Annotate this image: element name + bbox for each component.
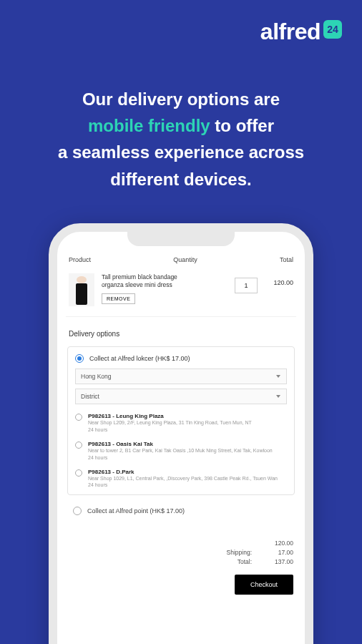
delivery-section-title: Delivery options — [69, 330, 293, 338]
cart-header-row: Product Quantity Total — [66, 256, 296, 270]
header-quantity: Quantity — [173, 256, 197, 263]
headline-line-3: a seamless experience across — [29, 139, 333, 165]
header-total: Total — [280, 256, 293, 263]
location-hours: 24 hours — [88, 427, 287, 432]
phone-screen: Product Quantity Total Tall premium blac… — [66, 256, 296, 644]
quantity-input[interactable]: 1 — [235, 278, 258, 293]
delivery-option-locker: Collect at Alfred lokcer (HK$ 17.00) Hon… — [67, 346, 295, 495]
location-address: Near to tower 2, B1 Car Park, Kai Tak Oa… — [88, 448, 287, 454]
brand-logo: alfred 24 — [260, 19, 342, 45]
shipping-label: Shipping: — [220, 549, 252, 556]
shipping-value: 17.00 — [265, 549, 293, 556]
location-hours: 24 hours — [88, 455, 287, 460]
marketing-headline: Our delivery options are mobile friendly… — [0, 86, 362, 192]
checkout-button[interactable]: Checkout — [235, 575, 293, 595]
brand-name: alfred — [260, 19, 321, 45]
radio-selected-icon — [75, 354, 84, 363]
location-hours: 24 hours — [88, 482, 287, 487]
headline-accent: mobile friendly — [88, 116, 210, 135]
location-name: P982613 - Leung King Plaza — [88, 413, 287, 419]
location-item[interactable]: P982613 - D.Park Near Shop 1029, L1, Cen… — [75, 464, 287, 492]
total-label: Total: — [220, 558, 252, 565]
cart-item-row: Tall premium black bandage organza sleev… — [66, 270, 296, 317]
brand-badge: 24 — [323, 20, 342, 39]
phone-mockup: Product Quantity Total Tall premium blac… — [49, 223, 313, 644]
subtotal-label — [220, 540, 252, 547]
location-address: Near Shop L209, 2/F, Leung King Plaza, 3… — [88, 420, 287, 426]
district-select[interactable]: District — [75, 389, 287, 404]
header-product: Product — [69, 256, 91, 263]
delivery-option-point[interactable]: Collect at Alfred point (HK$ 17.00) — [66, 499, 296, 522]
location-item[interactable]: P982613 - Oasis Kai Tak Near to tower 2,… — [75, 436, 287, 464]
location-name: P982613 - D.Park — [88, 469, 287, 475]
region-select[interactable]: Hong Kong — [75, 369, 287, 384]
radio-unselected-icon — [75, 414, 82, 421]
product-image — [69, 273, 94, 306]
point-option-label: Collect at Alfred point (HK$ 17.00) — [87, 507, 185, 514]
headline-line-1: Our delivery options are — [29, 86, 333, 112]
location-name: P982613 - Oasis Kai Tak — [88, 441, 287, 447]
line-price: 120.00 — [265, 279, 293, 286]
radio-unselected-icon — [73, 507, 82, 515]
product-title: Tall premium black bandage organza sleev… — [102, 273, 195, 289]
phone-notch — [127, 230, 235, 246]
headline-line-2: mobile friendly to offer — [29, 112, 333, 139]
locker-option-label: Collect at Alfred lokcer (HK$ 17.00) — [89, 355, 190, 362]
radio-unselected-icon — [75, 441, 82, 449]
total-value: 137.00 — [265, 558, 293, 565]
subtotal-value: 120.00 — [265, 540, 293, 547]
remove-button[interactable]: REMOVE — [102, 293, 135, 304]
totals-block: 120.00 Shipping: 17.00 Total: 137.00 Che… — [66, 540, 296, 565]
location-list: P982613 - Leung King Plaza Near Shop L20… — [75, 409, 287, 492]
location-item[interactable]: P982613 - Leung King Plaza Near Shop L20… — [75, 409, 287, 436]
locker-radio-row[interactable]: Collect at Alfred lokcer (HK$ 17.00) — [75, 354, 287, 363]
product-info: Tall premium black bandage organza sleev… — [102, 273, 228, 304]
headline-line-2-rest: to offer — [210, 116, 274, 135]
location-address: Near Shop 1029, L1, Central Park, ,Disco… — [88, 476, 287, 482]
radio-unselected-icon — [75, 469, 82, 477]
headline-line-4: different devices. — [29, 166, 333, 192]
